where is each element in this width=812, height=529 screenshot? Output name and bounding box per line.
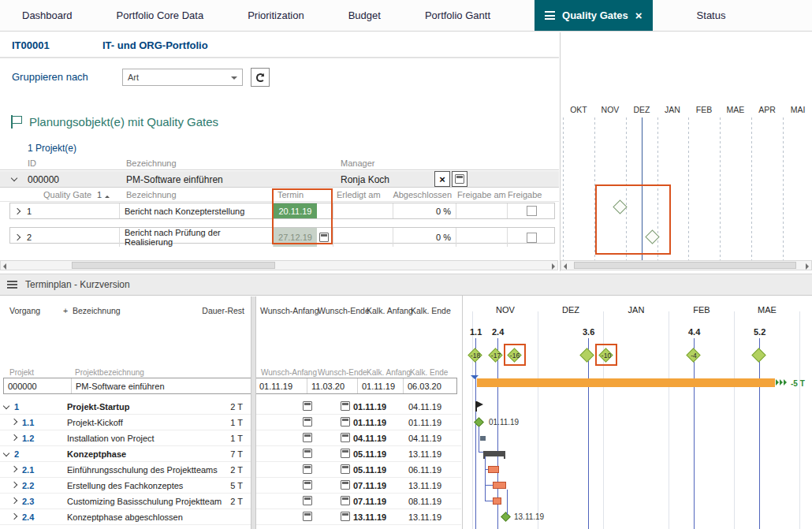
gate-milestone-diamond[interactable] — [751, 347, 768, 364]
calendar-icon[interactable] — [303, 417, 312, 427]
calendar-icon[interactable] — [341, 480, 350, 490]
col-termin[interactable]: Termin — [277, 190, 304, 199]
calendar-icon[interactable] — [341, 401, 350, 411]
calendar-icon[interactable] — [341, 464, 350, 474]
expand-icon[interactable] — [11, 419, 17, 425]
col-vorgang[interactable]: Vorgang — [9, 306, 40, 315]
expand-icon[interactable] — [11, 466, 17, 472]
expand-gate-icon[interactable] — [14, 234, 20, 240]
task-bar[interactable] — [493, 497, 501, 505]
task-row-2-4[interactable]: 2.4 Konzeptphase abgeschlossen 13.11.19 … — [0, 509, 461, 525]
calendar-icon[interactable] — [341, 496, 350, 505]
sort-ascending-icon[interactable] — [105, 193, 110, 198]
scroll-right-icon[interactable] — [552, 263, 555, 270]
calendar-icon[interactable] — [303, 464, 312, 474]
calendar-icon[interactable] — [303, 449, 312, 458]
calendar-icon[interactable] — [303, 512, 312, 521]
gate-termin-cell[interactable]: 27.12.19 — [273, 228, 333, 247]
task-row-2-2[interactable]: 2.2 Erstellung des Fachkonzeptes 5 T 07.… — [0, 478, 461, 494]
refresh-button[interactable] — [251, 68, 270, 87]
task-bar[interactable] — [488, 466, 499, 473]
left-horizontal-scrollbar[interactable] — [0, 260, 558, 270]
tab-portfolio-core-data[interactable]: Portfolio Core Data — [117, 0, 204, 31]
collapse-icon[interactable] — [3, 450, 9, 456]
gate-termin-cell[interactable]: 20.11.19 — [273, 203, 333, 218]
calendar-icon[interactable] — [303, 480, 312, 490]
col-erledigt-am[interactable]: Erledigt am — [337, 190, 381, 199]
gate-milestone-diamond[interactable]: -4 — [685, 347, 702, 364]
scrollbar-thumb[interactable] — [72, 262, 275, 269]
task-bar-small[interactable] — [480, 436, 486, 441]
calendar-icon[interactable] — [341, 417, 350, 427]
expand-icon[interactable] — [11, 482, 17, 488]
project-summary-bar[interactable] — [477, 378, 775, 387]
col-quality-gate[interactable]: Quality Gate — [43, 190, 91, 199]
calendar-icon[interactable] — [303, 496, 312, 505]
calendar-icon[interactable] — [303, 401, 312, 411]
scroll-right-icon[interactable] — [806, 263, 809, 270]
task-row-2-3[interactable]: 2.3 Customizing Basisschulung Projekttea… — [0, 494, 461, 509]
menu-icon[interactable] — [545, 11, 555, 20]
calendar-icon[interactable] — [341, 433, 350, 442]
project-row[interactable]: 000000 PM-Software einführen Ronja Koch … — [0, 171, 559, 188]
freigabe-checkbox[interactable] — [527, 233, 537, 243]
timeline-horizontal-scrollbar[interactable] — [561, 260, 812, 270]
col-freigabe[interactable]: Freigabe — [508, 190, 542, 199]
expand-icon[interactable] — [11, 434, 17, 441]
collapse-icon[interactable] — [3, 403, 9, 409]
collapse-project-icon[interactable] — [11, 175, 17, 181]
tab-budget[interactable]: Budget — [348, 0, 381, 31]
scroll-left-icon[interactable] — [3, 263, 6, 270]
gate-termin-value[interactable]: 20.11.19 — [274, 203, 317, 218]
tab-quality-gates[interactable]: Quality Gates × — [535, 0, 653, 31]
phase-end-milestone-icon[interactable] — [501, 512, 511, 522]
calendar-icon[interactable] — [303, 433, 312, 442]
col-abgeschlossen[interactable]: Abgeschlossen — [392, 190, 452, 199]
gate-milestone-diamond[interactable] — [579, 347, 596, 364]
col-kalk-ende[interactable]: Kalk. Ende — [411, 306, 451, 315]
close-tab-icon[interactable]: × — [635, 9, 643, 21]
task-row-2[interactable]: 2 Konzeptphase 7 T 05.11.19 13.11.19 — [0, 446, 461, 462]
expand-icon[interactable] — [11, 497, 17, 504]
quality-gate-row-1[interactable]: 1 Bericht nach Konzepterstellung 20.11.1… — [9, 203, 555, 219]
gate-termin-value[interactable]: 27.12.19 — [274, 228, 317, 247]
quality-gate-row-2[interactable]: 2 Bericht nach Prüfung der Realisierung … — [9, 227, 555, 244]
scrollbar-thumb[interactable] — [574, 262, 796, 269]
tab-prioritization[interactable]: Prioritization — [248, 0, 304, 31]
freigabe-checkbox[interactable] — [527, 206, 537, 216]
phase-summary-bar[interactable] — [483, 451, 505, 456]
add-icon[interactable]: + — [63, 306, 68, 315]
calendar-button[interactable] — [452, 171, 467, 187]
group-by-select[interactable]: Art — [122, 69, 243, 86]
calendar-icon[interactable] — [341, 449, 350, 458]
expand-gate-icon[interactable] — [14, 207, 20, 214]
column-splitter[interactable] — [251, 296, 256, 529]
terminplan-project-row[interactable]: 000000 PM-Software einführen 01.11.19 11… — [3, 378, 457, 394]
task-duration: 2 T — [189, 402, 243, 412]
task-bar[interactable] — [493, 482, 506, 489]
col-task-bezeichnung[interactable]: Bezeichnung — [73, 306, 121, 315]
gate-milestone-diamond[interactable]: -18 — [467, 347, 484, 364]
tab-dashboard[interactable]: Dashboard — [22, 0, 73, 31]
tab-portfolio-gantt[interactable]: Portfolio Gantt — [425, 0, 490, 31]
col-dauer-rest[interactable]: Dauer-Rest — [189, 306, 244, 315]
calendar-icon[interactable] — [341, 512, 350, 521]
col-gate-bezeichnung[interactable]: Bezeichnung — [126, 190, 177, 199]
col-wunsch-ende[interactable]: Wunsch-Ende — [318, 306, 370, 315]
delete-button[interactable]: × — [434, 171, 450, 187]
col-kalk-anfang[interactable]: Kalk. Anfang — [367, 306, 413, 315]
col-wunsch-anfang[interactable]: Wunsch-Anfang — [260, 306, 319, 315]
wunsch-anfang-cell[interactable]: 01.11.19 — [255, 378, 307, 393]
task-row-1-2[interactable]: 1.2 Installation von Project 1 T 04.11.1… — [0, 430, 461, 446]
task-row-1-1[interactable]: 1.1 Projekt-Kickoff 1 T 01.11.19 01.11.1… — [0, 415, 461, 430]
task-row-2-1[interactable]: 2.1 Einführungsschulung des Projektteams… — [0, 462, 461, 478]
scroll-left-icon[interactable] — [564, 263, 567, 270]
tab-status[interactable]: Status — [697, 0, 726, 31]
gate-milestone-diamond[interactable]: -17 — [487, 347, 505, 364]
calendar-icon[interactable] — [319, 233, 329, 242]
task-row-1[interactable]: 1 Projekt-Startup 2 T 01.11.19 04.11.19 — [0, 399, 461, 415]
menu-icon[interactable] — [7, 281, 17, 289]
wunsch-ende-cell[interactable]: 11.03.20 — [307, 378, 357, 393]
expand-icon[interactable] — [11, 513, 17, 520]
col-freigabe-am[interactable]: Freigabe am — [457, 190, 506, 199]
